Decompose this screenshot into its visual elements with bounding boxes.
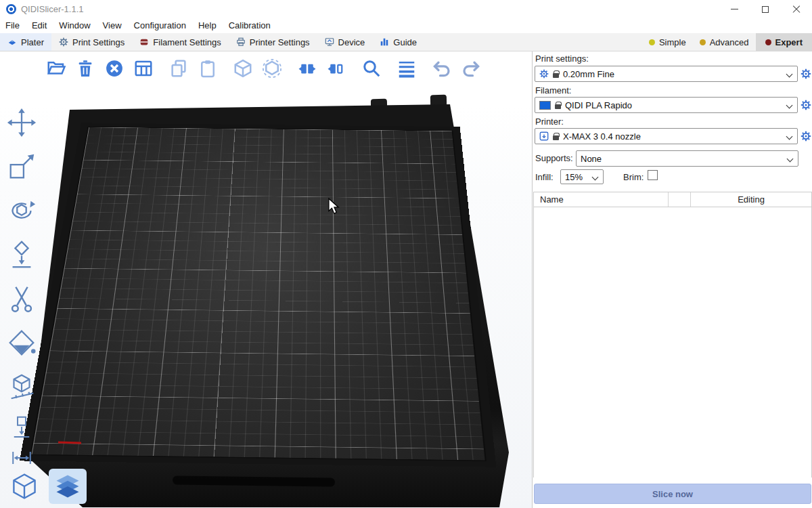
- variable-layer-height-button[interactable]: [395, 57, 418, 80]
- plater-toolbar: [45, 57, 489, 80]
- infill-select[interactable]: 15%: [560, 169, 604, 184]
- add-instance-button[interactable]: [231, 57, 254, 80]
- print-settings-select[interactable]: 0.20mm Fine: [535, 66, 798, 82]
- chevron-down-icon: [786, 71, 793, 78]
- tab-device[interactable]: Device: [317, 33, 373, 51]
- delete-button[interactable]: [74, 57, 97, 80]
- printer-select[interactable]: X-MAX 3 0.4 nozzle: [535, 128, 798, 144]
- redo-arrow-icon: [461, 58, 481, 79]
- print-settings-gear-icon: [59, 37, 68, 47]
- object-list-header: Name Editing: [534, 192, 811, 207]
- chevron-down-icon: [786, 102, 793, 109]
- place-on-face-tool-button[interactable]: [3, 238, 41, 272]
- remove-instance-button[interactable]: [261, 57, 284, 80]
- drop-to-bed-icon: [9, 415, 34, 439]
- print-bed[interactable]: [30, 127, 487, 461]
- editing-column-header[interactable]: Editing: [690, 192, 811, 207]
- printer-edit-button[interactable]: [800, 131, 811, 142]
- tab-guide[interactable]: Guide: [372, 33, 424, 51]
- tab-filament-settings[interactable]: Filament Settings: [132, 33, 228, 51]
- menu-help[interactable]: Help: [192, 18, 223, 33]
- bed-clip: [430, 95, 447, 106]
- chevron-down-icon: [786, 133, 793, 140]
- delete-all-button[interactable]: [103, 57, 126, 80]
- undo-button[interactable]: [430, 57, 453, 80]
- search-button[interactable]: [360, 57, 383, 80]
- editor-view-button[interactable]: [5, 469, 43, 504]
- qidislicer-window: QIDISlicer-1.1.1 File Edit Window View C…: [0, 0, 812, 508]
- split-to-parts-button[interactable]: [325, 57, 348, 80]
- name-column-header[interactable]: Name: [534, 194, 668, 205]
- maximize-button[interactable]: [750, 0, 781, 18]
- settings-sidebar: Print settings: 0.20mm Fine Filament: QI…: [532, 51, 812, 508]
- rotate-tool-button[interactable]: [3, 194, 41, 228]
- app-logo-icon: [6, 4, 16, 14]
- split-to-objects-button[interactable]: [296, 57, 319, 80]
- brim-label: Brim:: [623, 172, 644, 182]
- supports-select[interactable]: None: [576, 150, 798, 167]
- folder-open-icon: [46, 58, 66, 79]
- print-profile-gear-icon: [539, 69, 549, 79]
- object-list-table: Name Editing: [533, 192, 812, 478]
- preview-view-button[interactable]: [49, 469, 87, 504]
- paint-tool-button[interactable]: [3, 326, 41, 360]
- mode-simple[interactable]: Simple: [642, 33, 693, 51]
- object-list-body[interactable]: [534, 207, 811, 478]
- tab-print-settings[interactable]: Print Settings: [51, 33, 132, 51]
- lock-icon: [553, 73, 559, 78]
- chevron-down-icon: [592, 174, 599, 181]
- gear-icon: [800, 100, 811, 110]
- menu-configuration[interactable]: Configuration: [128, 18, 192, 33]
- minimize-icon: [731, 9, 738, 10]
- measure-icon: [6, 371, 37, 402]
- print-settings-edit-button[interactable]: [800, 68, 811, 79]
- open-project-button[interactable]: [45, 57, 68, 80]
- menu-edit[interactable]: Edit: [26, 18, 53, 33]
- window-title: QIDISlicer-1.1.1: [21, 4, 83, 14]
- scale-tool-button[interactable]: [3, 150, 41, 184]
- move-tool-button[interactable]: [3, 106, 41, 140]
- 3d-viewport[interactable]: [0, 51, 532, 508]
- gear-icon: [800, 131, 811, 142]
- minimize-button[interactable]: [719, 0, 750, 18]
- brim-checkbox[interactable]: [648, 170, 658, 180]
- menu-window[interactable]: Window: [53, 18, 96, 33]
- rotate-icon: [6, 195, 37, 226]
- mode-expert[interactable]: Expert: [756, 33, 812, 51]
- extruder-column-header[interactable]: [668, 192, 690, 207]
- redo-button[interactable]: [459, 57, 482, 80]
- close-button[interactable]: [781, 0, 812, 18]
- device-monitor-icon: [325, 37, 334, 47]
- arrange-grid-icon: [133, 58, 154, 79]
- spacing-tool-button[interactable]: [3, 445, 41, 471]
- mode-advanced[interactable]: Advanced: [693, 33, 756, 51]
- arrange-button[interactable]: [132, 57, 155, 80]
- copy-button[interactable]: [167, 57, 190, 80]
- gizmo-toolbar: [3, 106, 41, 476]
- menu-bar: File Edit Window View Configuration Help…: [0, 18, 812, 33]
- paste-button[interactable]: [196, 57, 219, 80]
- trash-icon: [75, 58, 95, 79]
- menu-view[interactable]: View: [97, 18, 128, 33]
- chevron-down-icon: [787, 156, 794, 163]
- menu-file[interactable]: File: [5, 18, 26, 33]
- measure-tool-button[interactable]: [3, 370, 41, 404]
- filament-edit-button[interactable]: [800, 100, 811, 110]
- menu-calibration[interactable]: Calibration: [223, 18, 277, 33]
- maximize-icon: [762, 6, 769, 13]
- tab-printer-settings[interactable]: Printer Settings: [229, 33, 317, 51]
- filament-color-swatch: [539, 101, 551, 110]
- filament-select[interactable]: QIDI PLA Rapido: [535, 97, 798, 113]
- bed-handle-slot: [173, 475, 335, 486]
- cut-tool-button[interactable]: [3, 282, 41, 316]
- tab-plater[interactable]: Plater: [0, 33, 51, 51]
- main-tab-bar: Plater Print Settings Filament Settings …: [0, 33, 812, 51]
- slice-now-button[interactable]: Slice now: [534, 484, 811, 504]
- printer-icon: [236, 37, 246, 47]
- spacing-arrows-icon: [9, 446, 34, 470]
- place-on-face-icon: [6, 239, 37, 270]
- plater-icon: [7, 37, 17, 47]
- split-objects-icon: [297, 58, 317, 79]
- drop-to-bed-button[interactable]: [3, 414, 41, 440]
- lock-icon: [555, 104, 561, 109]
